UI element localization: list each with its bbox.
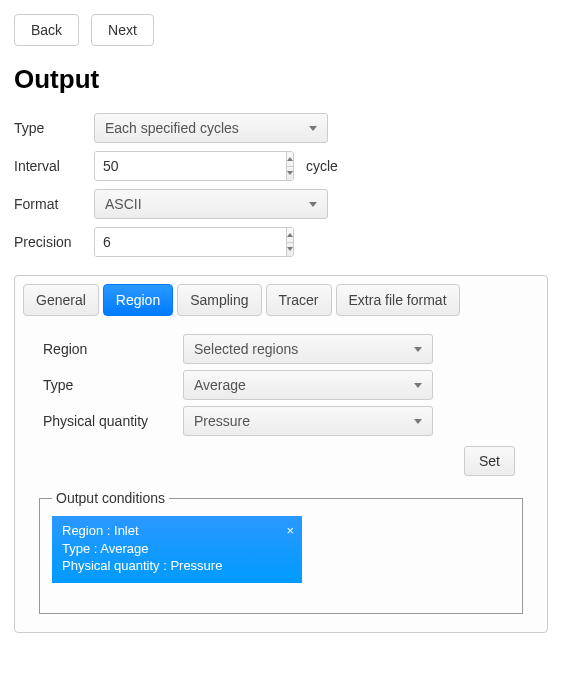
tab-sampling[interactable]: Sampling <box>177 284 261 316</box>
condition-chip-line: Region : Inlet <box>62 522 272 540</box>
tab-panel: General Region Sampling Tracer Extra fil… <box>14 275 548 633</box>
condition-chip[interactable]: Region : Inlet Type : Average Physical q… <box>52 516 302 583</box>
region-type-dropdown-value: Average <box>194 377 246 393</box>
chevron-down-icon <box>309 126 317 131</box>
tab-bar: General Region Sampling Tracer Extra fil… <box>23 284 539 316</box>
interval-label: Interval <box>14 147 94 185</box>
interval-stepper[interactable] <box>94 151 294 181</box>
precision-label: Precision <box>14 223 94 261</box>
back-button[interactable]: Back <box>14 14 79 46</box>
type-dropdown[interactable]: Each specified cycles <box>94 113 328 143</box>
physical-quantity-dropdown[interactable]: Pressure <box>183 406 433 436</box>
chevron-up-icon <box>287 233 293 237</box>
condition-chip-line: Physical quantity : Pressure <box>62 557 272 575</box>
close-icon[interactable]: × <box>286 522 294 540</box>
type-dropdown-value: Each specified cycles <box>105 120 239 136</box>
region-type-label: Type <box>43 377 183 393</box>
tab-general[interactable]: General <box>23 284 99 316</box>
chevron-down-icon <box>414 419 422 424</box>
interval-input[interactable] <box>95 152 286 180</box>
type-label: Type <box>14 109 94 147</box>
chevron-down-icon <box>309 202 317 207</box>
precision-step-down[interactable] <box>287 243 293 257</box>
output-conditions-fieldset: Output conditions Region : Inlet Type : … <box>39 490 523 614</box>
region-form: Region Selected regions Type Average Phy… <box>23 334 539 436</box>
precision-stepper[interactable] <box>94 227 294 257</box>
region-type-dropdown[interactable]: Average <box>183 370 433 400</box>
output-form: Type Each specified cycles Interval cycl… <box>14 109 344 261</box>
chevron-up-icon <box>287 157 293 161</box>
format-dropdown-value: ASCII <box>105 196 142 212</box>
format-label: Format <box>14 185 94 223</box>
precision-input[interactable] <box>95 228 286 256</box>
region-dropdown[interactable]: Selected regions <box>183 334 433 364</box>
chevron-down-icon <box>287 247 293 251</box>
chevron-down-icon <box>287 171 293 175</box>
region-dropdown-value: Selected regions <box>194 341 298 357</box>
precision-step-up[interactable] <box>287 228 293 243</box>
tab-tracer[interactable]: Tracer <box>266 284 332 316</box>
interval-step-down[interactable] <box>287 167 293 181</box>
page-title: Output <box>14 64 548 95</box>
region-label: Region <box>43 341 183 357</box>
chevron-down-icon <box>414 383 422 388</box>
interval-unit: cycle <box>298 158 338 174</box>
format-dropdown[interactable]: ASCII <box>94 189 328 219</box>
physical-quantity-label: Physical quantity <box>43 413 183 429</box>
chevron-down-icon <box>414 347 422 352</box>
interval-step-up[interactable] <box>287 152 293 167</box>
set-button[interactable]: Set <box>464 446 515 476</box>
physical-quantity-dropdown-value: Pressure <box>194 413 250 429</box>
tab-region[interactable]: Region <box>103 284 173 316</box>
next-button[interactable]: Next <box>91 14 154 46</box>
output-conditions-legend: Output conditions <box>52 490 169 506</box>
condition-chip-line: Type : Average <box>62 540 272 558</box>
tab-extra-file-format[interactable]: Extra file format <box>336 284 460 316</box>
